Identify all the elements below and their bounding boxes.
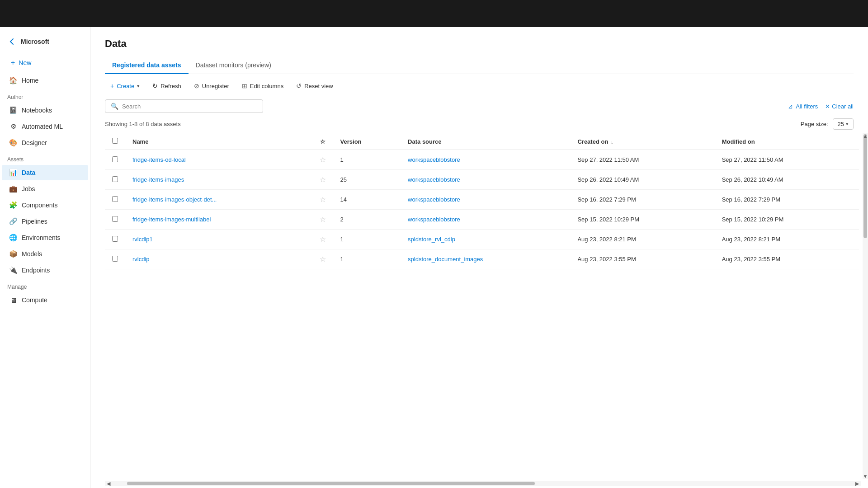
data-source-link[interactable]: spldstore_rvl_cdip xyxy=(408,236,455,243)
cell-name: rvlcdip1 xyxy=(125,230,312,249)
create-label: Create xyxy=(117,83,134,89)
jobs-label: Jobs xyxy=(22,185,35,192)
notebooks-icon: 📓 xyxy=(9,106,17,114)
table-row: fridge-items-images-object-det... ☆ 14 w… xyxy=(105,190,859,210)
cell-star[interactable]: ☆ xyxy=(312,230,333,249)
cell-star[interactable]: ☆ xyxy=(312,190,333,210)
scroll-down-arrow[interactable]: ▼ xyxy=(863,474,868,479)
sidebar-item-designer[interactable]: 🎨 Designer xyxy=(2,135,88,150)
sidebar-item-jobs[interactable]: 💼 Jobs xyxy=(2,181,88,197)
unregister-button[interactable]: ⊘ Unregister xyxy=(189,80,235,92)
reset-view-button[interactable]: ↺ Reset view xyxy=(291,80,339,92)
edit-columns-button[interactable]: ⊞ Edit columns xyxy=(236,80,289,92)
row-checkbox[interactable] xyxy=(112,256,118,262)
name-link[interactable]: rvlcdip xyxy=(132,256,150,263)
cell-star[interactable]: ☆ xyxy=(312,150,333,170)
cell-name: fridge-items-od-local xyxy=(125,150,312,170)
row-checkbox[interactable] xyxy=(112,196,118,202)
horizontal-scrollbar-thumb[interactable] xyxy=(127,482,535,485)
cell-name: fridge-items-images xyxy=(125,170,312,190)
unregister-icon: ⊘ xyxy=(194,82,199,89)
page-header: Data Registered data assets Dataset moni… xyxy=(90,27,868,74)
cell-data-source: spldstore_document_images xyxy=(401,249,570,269)
cell-version: 14 xyxy=(333,190,401,210)
row-checkbox[interactable] xyxy=(112,216,118,222)
refresh-button[interactable]: ↻ Refresh xyxy=(147,80,187,92)
sidebar-item-notebooks[interactable]: 📓 Notebooks xyxy=(2,103,88,118)
cell-star[interactable]: ☆ xyxy=(312,170,333,190)
col-star: ☆ xyxy=(312,133,333,150)
sidebar-item-endpoints[interactable]: 🔌 Endpoints xyxy=(2,263,88,278)
cell-star[interactable]: ☆ xyxy=(312,210,333,230)
data-source-link[interactable]: workspaceblobstore xyxy=(408,156,460,163)
page-size-control: Page size: 25 ▾ xyxy=(801,118,854,130)
cell-created-on: Aug 23, 2022 8:21 PM xyxy=(570,230,714,249)
cell-created-on: Sep 26, 2022 10:49 AM xyxy=(570,170,714,190)
name-link[interactable]: fridge-items-images-multilabel xyxy=(132,216,211,223)
vertical-scrollbar[interactable]: ▼ ▲ xyxy=(863,133,868,479)
row-checkbox[interactable] xyxy=(112,156,118,162)
clear-all-button[interactable]: ✕ Clear all xyxy=(825,103,854,110)
table-row: fridge-items-images ☆ 25 workspaceblobst… xyxy=(105,170,859,190)
cell-created-on: Sep 16, 2022 7:29 PM xyxy=(570,190,714,210)
plus-icon: + xyxy=(11,59,15,67)
home-label: Home xyxy=(22,77,38,84)
create-plus-icon: + xyxy=(110,82,114,89)
results-bar: Showing 1-8 of 8 data assets Page size: … xyxy=(90,117,868,133)
horizontal-scrollbar[interactable]: ◀ ▶ xyxy=(105,481,861,486)
name-link[interactable]: fridge-items-images-object-det... xyxy=(132,196,217,203)
cell-name: fridge-items-images-object-det... xyxy=(125,190,312,210)
cell-name: rvlcdip xyxy=(125,249,312,269)
unregister-label: Unregister xyxy=(202,83,229,89)
name-link[interactable]: rvlcdip1 xyxy=(132,236,153,243)
models-icon: 📦 xyxy=(9,250,17,258)
row-checkbox[interactable] xyxy=(112,236,118,242)
select-all-checkbox[interactable] xyxy=(112,138,118,144)
row-checkbox[interactable] xyxy=(112,176,118,182)
col-data-source-label: Data source xyxy=(408,138,441,145)
data-source-link[interactable]: workspaceblobstore xyxy=(408,196,460,203)
sidebar-item-pipelines[interactable]: 🔗 Pipelines xyxy=(2,214,88,229)
col-created-on[interactable]: Created on ↓ xyxy=(570,133,714,150)
name-link[interactable]: fridge-items-od-local xyxy=(132,156,186,163)
horizontal-track xyxy=(112,482,854,485)
sidebar-item-components[interactable]: 🧩 Components xyxy=(2,197,88,213)
col-checkbox xyxy=(105,133,125,150)
all-filters-button[interactable]: ⊿ All filters xyxy=(788,103,818,110)
tab-registered-data-assets[interactable]: Registered data assets xyxy=(105,57,189,74)
data-source-link[interactable]: workspaceblobstore xyxy=(408,176,460,183)
sidebar-brand[interactable]: Microsoft xyxy=(0,32,90,53)
sidebar-item-home[interactable]: 🏠 Home xyxy=(2,73,88,88)
sidebar-item-automated-ml[interactable]: ⚙ Automated ML xyxy=(2,119,88,134)
edit-columns-label: Edit columns xyxy=(250,83,283,89)
page-title: Data xyxy=(105,38,854,50)
page-size-select[interactable]: 25 ▾ xyxy=(833,118,854,130)
endpoints-label: Endpoints xyxy=(22,267,50,274)
jobs-icon: 💼 xyxy=(9,185,17,193)
create-button[interactable]: + Create ▾ xyxy=(105,80,145,92)
scroll-up-arrow[interactable]: ▲ xyxy=(863,133,868,139)
tab-dataset-monitors[interactable]: Dataset monitors (preview) xyxy=(189,57,278,74)
search-input[interactable] xyxy=(122,103,257,110)
cell-star[interactable]: ☆ xyxy=(312,249,333,269)
search-box[interactable]: 🔍 xyxy=(105,99,263,113)
table-row: fridge-items-images-multilabel ☆ 2 works… xyxy=(105,210,859,230)
sidebar-item-data[interactable]: 📊 Data xyxy=(2,165,88,180)
table-scroll-container[interactable]: Name ☆ Version Data source xyxy=(90,133,868,479)
star-icon: ☆ xyxy=(320,138,326,145)
sidebar-item-environments[interactable]: 🌐 Environments xyxy=(2,230,88,245)
name-link[interactable]: fridge-items-images xyxy=(132,176,184,183)
table-row: rvlcdip1 ☆ 1 spldstore_rvl_cdip Aug 23, … xyxy=(105,230,859,249)
cell-version: 2 xyxy=(333,210,401,230)
data-source-link[interactable]: workspaceblobstore xyxy=(408,216,460,223)
data-source-link[interactable]: spldstore_document_images xyxy=(408,256,483,263)
scroll-right-arrow[interactable]: ▶ xyxy=(854,481,861,487)
new-button[interactable]: + New xyxy=(4,55,86,70)
sidebar-item-compute[interactable]: 🖥 Compute xyxy=(2,292,88,308)
components-label: Components xyxy=(22,202,57,209)
sidebar-item-models[interactable]: 📦 Models xyxy=(2,246,88,262)
author-section-label: Author xyxy=(0,89,90,102)
vertical-scrollbar-thumb[interactable] xyxy=(863,134,867,238)
scroll-left-arrow[interactable]: ◀ xyxy=(105,481,112,487)
col-modified-on: Modified on xyxy=(715,133,859,150)
